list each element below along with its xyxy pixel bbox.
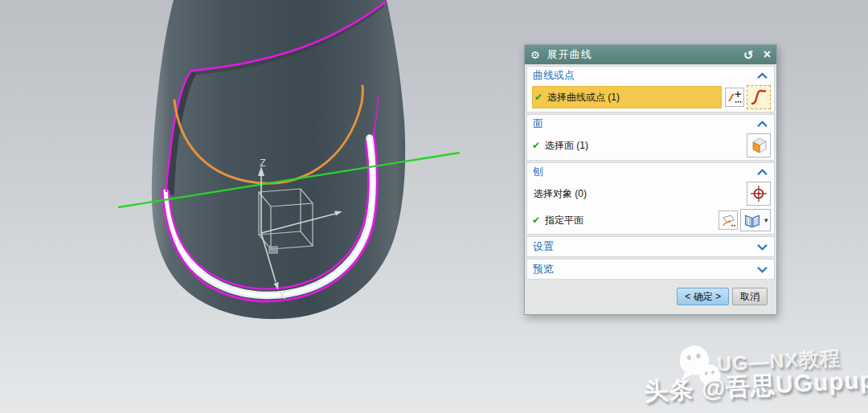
row-label: 选择面 (1) xyxy=(545,139,588,153)
row-label: 选择对象 (0) xyxy=(534,187,587,201)
row-select-object[interactable]: 选择对象 (0) xyxy=(527,181,774,208)
section-title: 设置 xyxy=(533,239,756,254)
row-specify-plane[interactable]: ✔ 指定平面 xyxy=(527,208,774,234)
ok-button[interactable]: < 确定 > xyxy=(677,288,729,305)
active-selection-field[interactable]: ✔ 选择曲线或点 (1) xyxy=(532,86,722,108)
dialog-menu-gear-icon[interactable]: ⚙ xyxy=(530,50,540,60)
dialog-close-icon[interactable]: × xyxy=(764,48,771,61)
section-title: 面 xyxy=(533,117,756,131)
section-title: 曲线或点 xyxy=(533,68,756,83)
dialog-reset-icon[interactable]: ↺ xyxy=(743,49,754,61)
unwrap-curve-dialog: ⚙ 展开曲线 ↺ × 曲线或点 ✔ 选择曲线或点 (1) xyxy=(524,44,777,315)
point-dialog-button[interactable] xyxy=(747,182,771,206)
section-header-preview[interactable]: 预览 xyxy=(527,260,774,279)
crosshair-icon xyxy=(748,183,769,204)
chevron-up-icon[interactable] xyxy=(756,168,768,177)
check-icon: ✔ xyxy=(534,92,547,103)
section-title: 刨 xyxy=(533,165,756,179)
curve-rule-button[interactable] xyxy=(747,85,771,109)
inferred-plane-icon xyxy=(743,211,762,230)
plane-dialog-button[interactable] xyxy=(719,211,738,230)
nx-application-window: Z X ⚙ 展开曲线 ↺ × 曲线或点 ✔ 选择 xyxy=(0,0,868,413)
row-label: 选择曲线或点 (1) xyxy=(547,91,620,104)
axis-label-z: Z xyxy=(260,157,265,169)
section-face: 面 ✔ 选择面 (1) xyxy=(526,114,775,161)
plane-dialog-icon xyxy=(720,212,736,228)
dialog-title-bar[interactable]: ⚙ 展开曲线 ↺ × xyxy=(525,45,776,64)
dialog-footer: < 确定 > 取消 xyxy=(526,284,775,313)
row-select-face[interactable]: ✔ 选择面 (1) xyxy=(527,133,774,160)
check-icon: ✔ xyxy=(532,140,545,151)
face-rule-button[interactable] xyxy=(747,133,771,157)
plane-type-dropdown[interactable]: ▾ xyxy=(740,209,771,231)
add-curve-icon xyxy=(727,89,743,105)
cube-face-icon xyxy=(748,135,769,156)
dialog-title: 展开曲线 xyxy=(547,47,743,62)
section-header-settings[interactable]: 设置 xyxy=(527,237,774,256)
cancel-button[interactable]: 取消 xyxy=(732,288,768,305)
section-header-plane[interactable]: 刨 xyxy=(527,163,774,181)
chevron-up-icon[interactable] xyxy=(756,120,768,129)
dropdown-caret-icon[interactable]: ▾ xyxy=(764,216,768,224)
chevron-down-icon[interactable] xyxy=(756,243,768,251)
spline-curve-icon xyxy=(749,88,768,107)
section-settings: 设置 xyxy=(526,236,775,257)
section-preview: 预览 xyxy=(526,259,775,280)
section-title: 预览 xyxy=(533,262,756,276)
section-header-face[interactable]: 面 xyxy=(527,115,774,133)
chevron-up-icon[interactable] xyxy=(756,72,768,80)
row-label: 指定平面 xyxy=(545,214,583,227)
section-curve-or-point: 曲线或点 ✔ 选择曲线或点 (1) xyxy=(526,66,775,112)
check-icon: ✔ xyxy=(532,215,545,226)
dialog-body: 曲线或点 ✔ 选择曲线或点 (1) xyxy=(525,64,776,314)
row-select-curve-or-point[interactable]: ✔ 选择曲线或点 (1) xyxy=(527,84,774,112)
add-new-set-button[interactable] xyxy=(725,88,744,107)
axis-label-x: X xyxy=(279,290,285,301)
wcs-origin-handle[interactable] xyxy=(268,246,278,254)
section-header-curve-or-point[interactable]: 曲线或点 xyxy=(527,67,774,84)
section-plane: 刨 选择对象 (0) xyxy=(526,162,775,235)
chevron-down-icon[interactable] xyxy=(756,265,768,274)
